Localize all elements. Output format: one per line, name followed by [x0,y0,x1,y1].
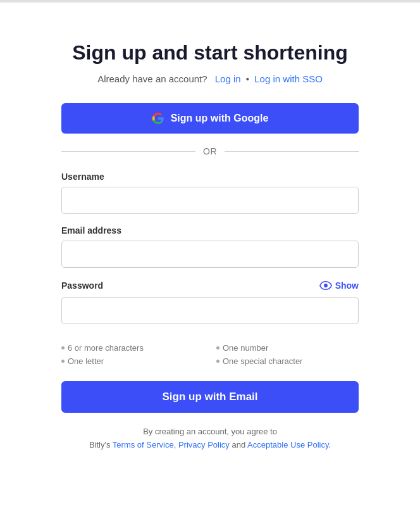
or-line-left [61,151,195,152]
username-group: Username [61,172,359,214]
email-label: Email address [61,225,359,236]
aup-link[interactable]: Acceptable Use Policy. [247,440,331,449]
terms-prefix: Bitly's [89,440,111,449]
login-link[interactable]: Log in [215,73,241,84]
hint-one-number: One number [216,343,359,353]
or-line-right [225,151,359,152]
page-title: Sign up and start shortening [72,41,348,65]
show-password-button[interactable]: Show [319,279,359,292]
login-links-row: Already have an account? Log in • Log in… [97,73,323,84]
hint-one-number-text: One number [223,343,268,353]
google-signup-button[interactable]: Sign up with Google [61,103,359,134]
hint-dot-2 [216,346,219,349]
password-header: Password Show [61,279,359,292]
bullet-separator: • [246,73,249,84]
tos-link[interactable]: Terms of Service [113,440,174,449]
svg-point-0 [324,284,328,287]
hint-dot-3 [61,360,65,363]
privacy-link[interactable]: Privacy Policy [178,440,230,449]
hint-6-chars: 6 or more characters [61,343,204,353]
hint-one-letter-text: One letter [68,356,104,366]
email-input[interactable] [61,241,359,268]
hint-6-chars-text: 6 or more characters [68,343,144,353]
email-group: Email address [61,225,359,268]
hint-one-special-text: One special character [223,356,302,366]
password-input[interactable] [61,297,359,324]
username-input[interactable] [61,187,359,214]
terms-comma: , [174,440,176,449]
or-divider: OR [61,146,359,156]
hint-dot-1 [61,346,65,349]
form-wrapper: Sign up and start shortening Already hav… [61,41,359,452]
already-account-text: Already have an account? [97,73,207,84]
signup-email-label: Sign up with Email [162,391,257,403]
terms-and: and [232,440,245,449]
terms-text: By creating an account, you agree to Bit… [89,425,331,452]
sso-login-link[interactable]: Log in with SSO [254,73,323,84]
show-label: Show [335,280,359,291]
terms-line1: By creating an account, you agree to [143,427,277,436]
password-group: Password Show [61,279,359,324]
or-text: OR [203,146,217,156]
hint-dot-4 [216,360,219,363]
google-icon [152,112,164,125]
google-button-label: Sign up with Google [171,113,269,124]
username-label: Username [61,172,359,182]
page-container: Sign up and start shortening Already hav… [0,3,420,477]
signup-email-button[interactable]: Sign up with Email [61,381,359,413]
password-hints: 6 or more characters One number One lett… [61,343,359,366]
hint-one-special: One special character [216,356,359,366]
password-label: Password [61,280,103,291]
hint-one-letter: One letter [61,356,204,366]
eye-icon [319,279,332,292]
